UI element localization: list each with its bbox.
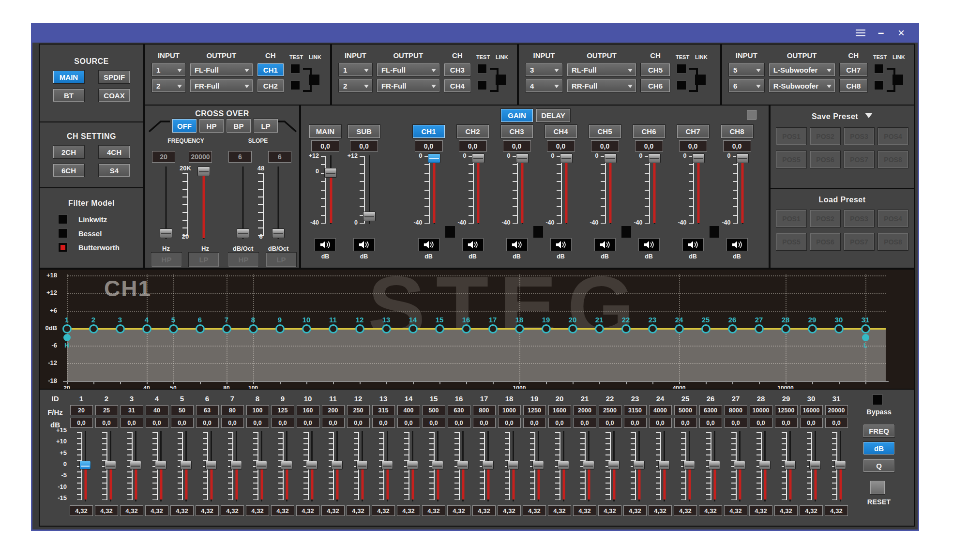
- eq-band-q[interactable]: 4,32: [649, 505, 672, 516]
- gain-channel-button-ch4[interactable]: CH4: [545, 125, 577, 138]
- eq-band-q[interactable]: 4,32: [296, 505, 319, 516]
- eq-point[interactable]: [675, 324, 684, 333]
- channel-button-ch8[interactable]: CH8: [840, 79, 867, 92]
- eq-band-q[interactable]: 4,32: [800, 505, 823, 516]
- eq-point[interactable]: [648, 324, 657, 333]
- eq-point[interactable]: [621, 324, 631, 333]
- eq-plot[interactable]: STEG CH1 1234567891011121314151617181920…: [58, 270, 900, 389]
- fader-handle[interactable]: [608, 461, 620, 469]
- load-preset-pos3[interactable]: POS3: [844, 210, 874, 227]
- crossover-mode-hp[interactable]: HP: [199, 119, 224, 133]
- eq-band-q[interactable]: 4,32: [221, 505, 244, 516]
- hp-slope-slider[interactable]: [235, 166, 251, 243]
- output-select[interactable]: L-Subwoofer: [769, 63, 835, 76]
- eq-band-db[interactable]: 0,0: [574, 418, 596, 428]
- eq-band-db[interactable]: 0,0: [121, 418, 143, 428]
- eq-band-freq[interactable]: 16000: [800, 405, 823, 415]
- eq-band-db[interactable]: 0,0: [674, 418, 697, 428]
- eq-band-q[interactable]: 4,32: [498, 505, 521, 516]
- eq-point[interactable]: [302, 324, 311, 333]
- eq-band-fader[interactable]: [169, 430, 195, 502]
- input-select[interactable]: 2: [339, 79, 372, 92]
- eq-band-db[interactable]: 0,0: [372, 418, 395, 428]
- eq-band-q[interactable]: 4,32: [623, 505, 647, 516]
- eq-band-freq[interactable]: 1250: [523, 405, 546, 415]
- eq-band-fader[interactable]: [119, 430, 144, 502]
- eq-band-fader[interactable]: [371, 430, 396, 502]
- gain-channel-button-ch5[interactable]: CH5: [589, 125, 621, 138]
- load-preset-pos2[interactable]: POS2: [810, 210, 840, 227]
- gain-value-sub[interactable]: 0,0: [350, 140, 378, 151]
- mute-button-ch3[interactable]: [506, 238, 528, 251]
- fader-handle[interactable]: [507, 461, 519, 469]
- eq-band-db[interactable]: 0,0: [800, 418, 823, 428]
- bypass-checkbox[interactable]: [872, 394, 883, 405]
- crossover-mode-off[interactable]: OFF: [172, 119, 197, 133]
- fader-handle[interactable]: [363, 212, 376, 221]
- save-preset-pos4[interactable]: POS4: [878, 128, 908, 145]
- save-preset-pos6[interactable]: POS6: [810, 151, 840, 168]
- eq-band-fader[interactable]: [723, 430, 748, 502]
- eq-band-db[interactable]: 0,0: [272, 418, 294, 428]
- eq-point[interactable]: [728, 324, 737, 333]
- channel-button-ch4[interactable]: CH4: [444, 79, 470, 92]
- gain-fader-ch5[interactable]: 0-40: [589, 153, 621, 226]
- fader-handle[interactable]: [759, 461, 771, 469]
- mute-button-ch8[interactable]: [726, 238, 748, 251]
- eq-band-fader[interactable]: [144, 430, 169, 502]
- eq-band-q[interactable]: 4,32: [523, 505, 546, 516]
- filter-checkbox-checked[interactable]: [58, 242, 68, 252]
- load-preset-pos6[interactable]: POS6: [810, 233, 840, 250]
- fader-handle[interactable]: [583, 461, 594, 469]
- link-connector-icon[interactable]: [886, 63, 909, 97]
- eq-band-db[interactable]: 0,0: [221, 418, 244, 428]
- eq-band-freq[interactable]: 6300: [699, 405, 722, 415]
- eq-band-freq[interactable]: 25: [95, 405, 118, 415]
- eq-point[interactable]: [755, 324, 764, 333]
- eq-band-freq[interactable]: 40: [146, 405, 168, 415]
- eq-band-freq[interactable]: 10000: [750, 405, 772, 415]
- eq-band-fader[interactable]: [673, 430, 698, 502]
- input-select[interactable]: 3: [526, 63, 562, 76]
- save-preset-dropdown-icon[interactable]: [865, 113, 873, 122]
- eq-point[interactable]: [249, 324, 258, 333]
- input-select[interactable]: 1: [152, 63, 185, 76]
- eq-band-q[interactable]: 4,32: [472, 505, 496, 516]
- eq-band-freq[interactable]: 4000: [649, 405, 672, 415]
- eq-band-q[interactable]: 4,32: [724, 505, 747, 516]
- fader-handle[interactable]: [558, 461, 569, 469]
- channel-button-ch3[interactable]: CH3: [444, 63, 470, 76]
- eq-band-fader[interactable]: [94, 430, 119, 502]
- eq-band-db[interactable]: 0,0: [473, 418, 496, 428]
- output-select[interactable]: FR-Full: [190, 79, 253, 92]
- test-checkbox[interactable]: [290, 64, 300, 74]
- save-preset-pos2[interactable]: POS2: [810, 128, 840, 145]
- gain-channel-button-sub[interactable]: SUB: [348, 125, 380, 138]
- close-icon[interactable]: ×: [893, 23, 909, 43]
- filter-checkbox-unchecked[interactable]: [58, 228, 68, 238]
- eq-band-q[interactable]: 4,32: [397, 505, 420, 516]
- eq-band-db[interactable]: 0,0: [297, 418, 319, 428]
- fader-handle[interactable]: [472, 153, 484, 163]
- fader-handle[interactable]: [256, 461, 267, 469]
- eq-band-fader[interactable]: [748, 430, 773, 502]
- eq-band-fader[interactable]: [220, 430, 245, 502]
- eq-point[interactable]: [515, 324, 524, 333]
- eq-band-q[interactable]: 4,32: [170, 505, 194, 516]
- gain-channel-button-ch2[interactable]: CH2: [457, 125, 489, 138]
- eq-band-q[interactable]: 4,32: [70, 505, 93, 516]
- eq-band-db[interactable]: 0,0: [750, 418, 772, 428]
- fader-handle[interactable]: [180, 461, 192, 469]
- eq-band-fader[interactable]: [396, 430, 421, 502]
- lp-slope-value[interactable]: 6: [268, 151, 291, 163]
- eq-band-freq[interactable]: 2000: [574, 405, 596, 415]
- output-select[interactable]: RR-Full: [567, 79, 636, 92]
- fader-handle[interactable]: [834, 461, 846, 469]
- fader-handle[interactable]: [356, 461, 368, 469]
- ch-setting-button-4ch[interactable]: 4CH: [99, 146, 130, 158]
- fader-handle[interactable]: [809, 461, 821, 469]
- test-checkbox[interactable]: [677, 80, 686, 90]
- gain-fader-ch1[interactable]: 0-40: [413, 153, 445, 226]
- eq-band-freq[interactable]: 63: [196, 405, 219, 415]
- channel-button-ch6[interactable]: CH6: [641, 79, 670, 92]
